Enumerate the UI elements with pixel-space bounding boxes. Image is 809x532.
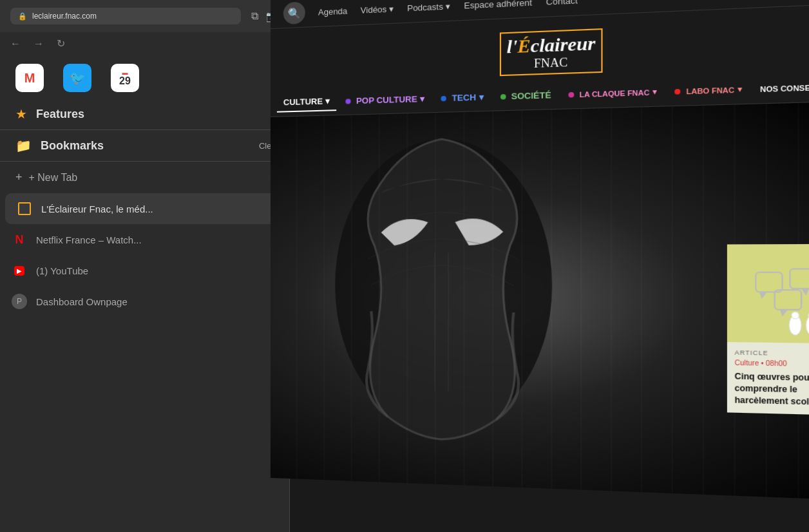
nav-societe[interactable]: SOCIÉTÉ	[493, 86, 558, 106]
youtube-favicon: ▶	[10, 261, 28, 280]
nav-claque-fnac[interactable]: LA CLAQUE FNAC ▾	[561, 83, 664, 103]
ownpage-icon: P	[12, 294, 27, 309]
phone-top-row: ← → ↻	[0, 32, 289, 55]
youtube-icon: ▶	[14, 266, 24, 276]
agenda-nav[interactable]: Agenda	[318, 6, 347, 17]
svg-rect-3	[756, 272, 782, 292]
svg-point-10	[792, 312, 799, 319]
svg-point-11	[806, 316, 809, 336]
fnac-favicon	[15, 200, 33, 218]
pop-culture-dot	[346, 99, 351, 104]
bookmarks-label: Bookmarks	[41, 139, 104, 153]
tab-eclaireur-title: L'Éclaireur Fnac, le méd...	[41, 204, 274, 214]
article-category: Culture • 08h00	[735, 359, 809, 368]
nav-culture[interactable]: CULTURE ▾	[277, 92, 336, 113]
laptop-screen: 🔍 Agenda Vidéos ▾ Podcasts ▾ Espace adhé…	[271, 0, 809, 532]
back-icon[interactable]: ←	[10, 38, 21, 50]
forward-icon[interactable]: →	[33, 38, 44, 50]
calendar-icon[interactable]: ▬ 29	[111, 64, 139, 92]
new-tab-button[interactable]: + + New Tab	[0, 164, 289, 191]
plus-icon: +	[15, 171, 23, 184]
features-menu-item[interactable]: ★ Features	[0, 101, 289, 127]
new-tab-label: + New Tab	[29, 172, 78, 184]
search-button[interactable]: 🔍	[283, 1, 305, 24]
claque-dot	[568, 91, 574, 97]
tab-ownpage-title: Dashboard Ownpage	[36, 296, 279, 307]
societe-dot	[500, 94, 506, 100]
phone-url-bar[interactable]: 🔒 leclaireur.fnac.com	[10, 8, 241, 24]
article-title: Cinq œuvres pour comprendre le harcèleme…	[735, 371, 809, 409]
twitter-icon[interactable]: 🐦	[63, 64, 91, 92]
nav-labo-fnac[interactable]: LABO FNAC ▾	[667, 81, 750, 100]
features-label: Features	[36, 108, 84, 121]
contact-nav[interactable]: Contact	[546, 0, 578, 6]
videos-nav[interactable]: Vidéos ▾	[361, 4, 394, 15]
hero-mask-svg	[322, 123, 566, 449]
phone-header: 🔒 leclaireur.fnac.com ⧉ 📷	[0, 0, 289, 32]
svg-marker-4	[759, 292, 767, 299]
star-icon: ★	[15, 106, 27, 122]
article-image	[727, 244, 809, 344]
tab-youtube[interactable]: ▶ (1) YouTube	[0, 255, 289, 286]
refresh-icon[interactable]: ↻	[57, 37, 65, 50]
netflix-favicon: N	[10, 231, 28, 249]
podcasts-nav[interactable]: Podcasts ▾	[407, 1, 450, 13]
phone-url-text: leclaireur.fnac.com	[32, 12, 97, 21]
nav-pop-culture[interactable]: POP CULTURE ▾	[339, 90, 431, 110]
hero-area: ARTICLE Culture • 08h00 Cinq œuvres pour…	[271, 101, 809, 500]
article-text-area: ARTICLE Culture • 08h00 Cinq œuvres pour…	[727, 342, 809, 416]
copy-icon[interactable]: ⧉	[251, 10, 258, 22]
netflix-icon: N	[15, 233, 24, 247]
search-icon: 🔍	[288, 6, 301, 19]
menu-divider-1	[0, 129, 289, 130]
ownpage-favicon: P	[10, 292, 28, 310]
lock-icon: 🔒	[18, 12, 27, 21]
tab-youtube-title: (1) YouTube	[36, 265, 279, 276]
article-label: ARTICLE	[735, 349, 809, 358]
tab-netflix-title: Netflix France – Watch...	[36, 234, 279, 245]
logo-line2: FNAC	[534, 55, 568, 71]
tab-eclaireur[interactable]: L'Éclaireur Fnac, le méd...	[5, 193, 284, 224]
gmail-icon[interactable]: M	[15, 64, 44, 92]
menu-divider-2	[0, 161, 289, 162]
tab-ownpage[interactable]: P Dashboard Ownpage	[0, 286, 289, 317]
folder-icon: 📁	[15, 138, 32, 153]
tab-netflix[interactable]: N Netflix France – Watch...	[0, 224, 289, 255]
bowling-pins-2	[780, 283, 809, 340]
site-logo: l'Éclaireur FNAC	[500, 28, 603, 76]
tech-dot	[441, 95, 446, 101]
labo-dot	[674, 88, 680, 94]
logo-line1: l'Éclaireur	[507, 33, 596, 58]
phone-panel: 🔒 leclaireur.fnac.com ⧉ 📷 ← → ↻ M 🐦 ▬ 29…	[0, 0, 290, 532]
nav-tech[interactable]: TECH ▾	[434, 88, 490, 108]
nav-nos-conseils[interactable]: NOS CONSEILS ▾	[752, 78, 809, 98]
bookmarks-menu-item[interactable]: 📁 Bookmarks Clear	[0, 133, 289, 158]
app-icons-row: M 🐦 ▬ 29	[0, 55, 289, 101]
tabs-list: L'Éclaireur Fnac, le méd... N Netflix Fr…	[0, 191, 289, 319]
espace-nav[interactable]: Espace adhérent	[464, 0, 532, 10]
side-article-card: ARTICLE Culture • 08h00 Cinq œuvres pour…	[727, 244, 809, 416]
